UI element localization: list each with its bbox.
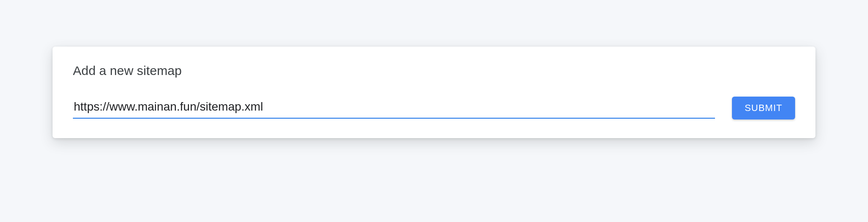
sitemap-form-row: SUBMIT xyxy=(73,97,795,119)
add-sitemap-card: Add a new sitemap SUBMIT xyxy=(53,47,815,138)
sitemap-input-wrap xyxy=(73,97,715,119)
sitemap-url-input[interactable] xyxy=(73,97,715,119)
submit-button[interactable]: SUBMIT xyxy=(732,97,795,119)
card-title: Add a new sitemap xyxy=(73,64,795,78)
